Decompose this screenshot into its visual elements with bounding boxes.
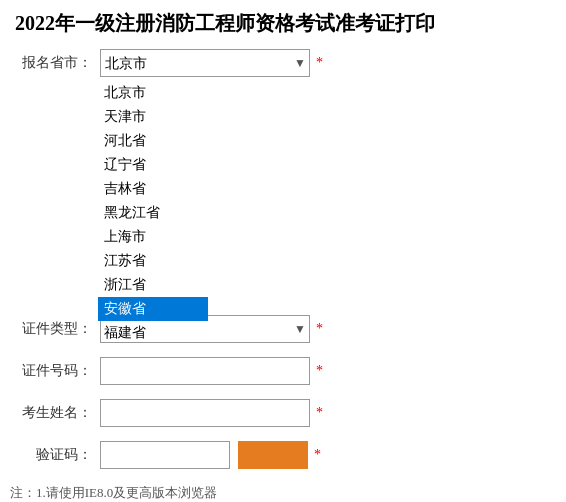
- name-required-star: *: [316, 405, 323, 421]
- province-row: 报名省市： 北京市 ▼ *: [10, 45, 556, 81]
- cert-type-required-star: *: [316, 321, 323, 337]
- name-input[interactable]: [100, 399, 310, 427]
- note-line-1: 注：1.请使用IE8.0及更高版本浏览器: [10, 483, 556, 502]
- captcha-required-star: *: [314, 447, 321, 463]
- dropdown-item[interactable]: 福建省: [98, 321, 208, 341]
- name-input-area: *: [100, 399, 556, 427]
- name-label: 考生姓名：: [10, 404, 100, 422]
- page-title: 2022年一级注册消防工程师资格考试准考证打印: [15, 12, 435, 34]
- province-label: 报名省市：: [10, 54, 100, 72]
- province-input-area: 北京市 ▼ *: [100, 49, 556, 77]
- captcha-input-area: *: [100, 441, 556, 469]
- dropdown-item[interactable]: 安徽省: [98, 297, 208, 321]
- dropdown-list: 北京市天津市河北省辽宁省吉林省黑龙江省上海市江苏省浙江省安徽省福建省江西省山东省…: [98, 81, 208, 341]
- province-select[interactable]: 北京市: [100, 49, 310, 77]
- cert-no-input[interactable]: [100, 357, 310, 385]
- dropdown-item[interactable]: 辽宁省: [98, 153, 208, 177]
- dropdown-item[interactable]: 江苏省: [98, 249, 208, 273]
- dropdown-item[interactable]: 上海市: [98, 225, 208, 249]
- province-select-wrapper: 北京市 ▼: [100, 49, 310, 77]
- form-area: 报名省市： 北京市 ▼ * 北京市天津市河北省辽宁省吉林省黑龙江省上海市江苏省浙…: [0, 45, 566, 479]
- cert-type-label: 证件类型：: [10, 320, 100, 338]
- cert-no-label: 证件号码：: [10, 362, 100, 380]
- cert-no-row: 证件号码： *: [10, 353, 556, 389]
- captcha-label: 验证码：: [10, 446, 100, 464]
- captcha-input[interactable]: [100, 441, 230, 469]
- dropdown-item[interactable]: 河北省: [98, 129, 208, 153]
- captcha-row: 验证码： *: [10, 437, 556, 473]
- dropdown-item[interactable]: 黑龙江省: [98, 201, 208, 225]
- title-bar: 2022年一级注册消防工程师资格考试准考证打印: [0, 0, 566, 45]
- page-wrapper: 2022年一级注册消防工程师资格考试准考证打印 报名省市： 北京市 ▼ * 北京…: [0, 0, 566, 502]
- captcha-image[interactable]: [238, 441, 308, 469]
- cert-no-input-area: *: [100, 357, 556, 385]
- dropdown-item[interactable]: 北京市: [98, 81, 208, 105]
- cert-no-required-star: *: [316, 363, 323, 379]
- notes-area: 注：1.请使用IE8.0及更高版本浏览器 2.当前未开通省市不在列表中显示: [0, 479, 566, 502]
- province-dropdown: 北京市天津市河北省辽宁省吉林省黑龙江省上海市江苏省浙江省安徽省福建省江西省山东省…: [98, 81, 208, 341]
- province-required-star: *: [316, 55, 323, 71]
- dropdown-item[interactable]: 天津市: [98, 105, 208, 129]
- dropdown-item[interactable]: 吉林省: [98, 177, 208, 201]
- dropdown-item[interactable]: 浙江省: [98, 273, 208, 297]
- cert-type-row: 证件类型： ▼ *: [10, 311, 556, 347]
- name-row: 考生姓名： *: [10, 395, 556, 431]
